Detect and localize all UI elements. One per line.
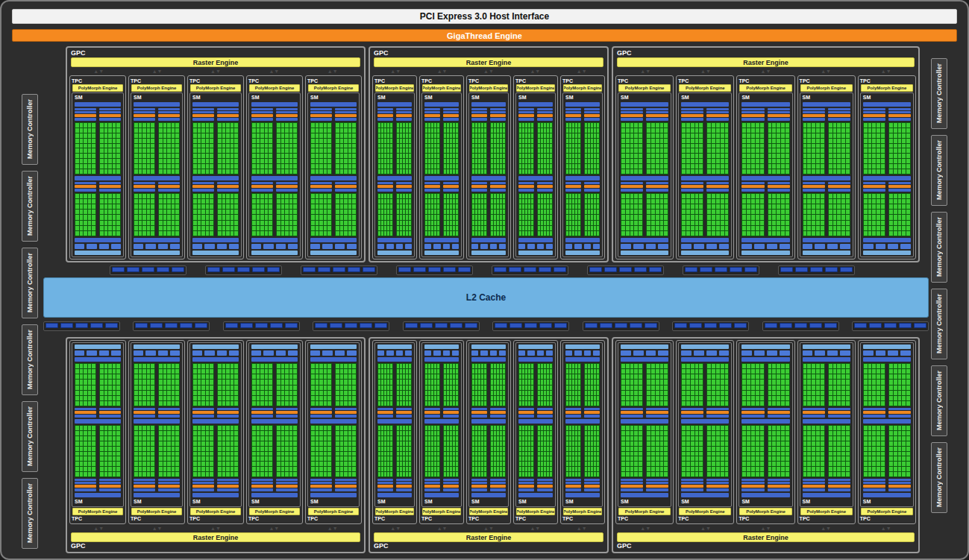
cuda-core <box>821 159 824 163</box>
sm-partition <box>584 408 600 418</box>
tpc-block: TPCPolyMorph EngineSM <box>676 340 734 524</box>
cuda-core <box>566 204 568 209</box>
cuda-core <box>336 391 339 395</box>
cuda-core <box>877 159 880 163</box>
dispatch-unit-bar <box>621 185 643 188</box>
cuda-core <box>747 164 750 169</box>
cuda-core <box>803 215 807 219</box>
cuda-core <box>682 441 686 446</box>
cuda-core <box>285 128 289 133</box>
cuda-core <box>92 169 95 174</box>
cuda-core <box>846 456 850 461</box>
cuda-core <box>821 231 824 236</box>
sm-front-end-bars <box>75 108 121 121</box>
cuda-core <box>472 226 474 230</box>
cuda-core <box>175 169 179 174</box>
cuda-core <box>597 386 599 390</box>
cuda-core <box>352 204 356 209</box>
cuda-core <box>84 467 87 471</box>
cuda-core <box>889 467 893 471</box>
cuda-core <box>712 169 715 174</box>
cuda-core <box>747 231 750 236</box>
cuda-core <box>503 380 505 384</box>
cuda-core <box>387 452 389 456</box>
cuda-core <box>257 452 260 456</box>
cuda-core <box>434 456 436 461</box>
polymorph-engine-bar: PolyMorph Engine <box>679 508 731 515</box>
cuda-core <box>751 462 755 466</box>
tpc-label: TPC <box>515 78 556 84</box>
cuda-core <box>456 231 458 236</box>
cuda-core <box>807 123 811 128</box>
texture-unit <box>646 350 656 356</box>
cuda-core <box>147 169 151 174</box>
cuda-core <box>841 128 845 133</box>
cuda-core <box>686 401 690 406</box>
cuda-core <box>387 159 389 163</box>
cuda-core <box>531 386 533 390</box>
cuda-core <box>500 462 502 466</box>
cuda-core <box>634 221 638 225</box>
cuda-core <box>538 154 540 158</box>
cuda-core <box>390 226 392 230</box>
cuda-core <box>541 396 543 400</box>
cuda-core-grid <box>646 193 668 236</box>
cuda-core <box>569 154 571 158</box>
cuda-core <box>686 431 690 435</box>
cuda-core <box>444 472 446 476</box>
cuda-core <box>772 472 776 476</box>
cuda-core <box>626 169 630 174</box>
cuda-core <box>198 431 201 435</box>
cuda-core <box>902 148 906 153</box>
cuda-core <box>172 472 175 476</box>
cuda-core <box>403 467 405 471</box>
cuda-core <box>503 462 505 466</box>
cuda-core <box>544 456 546 461</box>
cuda-core <box>699 374 703 379</box>
cuda-core <box>491 364 493 368</box>
cuda-core <box>585 456 587 461</box>
cuda-core <box>478 374 480 379</box>
cuda-core <box>756 431 759 435</box>
crossbar-link <box>899 323 912 328</box>
shared-memory-bar <box>310 176 357 180</box>
cuda-core <box>159 123 163 128</box>
cuda-core <box>210 221 213 225</box>
cuda-core <box>92 396 95 400</box>
up-down-arrows-icon: ▲▼ <box>881 69 891 74</box>
cuda-core <box>336 431 339 435</box>
sm-partition <box>158 182 180 192</box>
cuda-core <box>456 426 458 430</box>
cuda-core <box>621 467 625 471</box>
cuda-core <box>491 226 493 230</box>
texture-unit <box>719 244 730 249</box>
cuda-core <box>142 144 146 148</box>
cuda-core <box>566 401 568 406</box>
cuda-core <box>348 456 352 461</box>
cuda-core-grid <box>803 122 825 174</box>
scheduler-register-bar <box>646 488 668 491</box>
cuda-core <box>621 154 625 158</box>
cuda-core <box>226 204 230 209</box>
cuda-core <box>846 221 850 225</box>
sm-partition <box>377 108 393 121</box>
cuda-core <box>519 456 521 461</box>
cuda-core <box>864 369 868 374</box>
cuda-core <box>234 391 238 395</box>
cuda-core <box>707 374 711 379</box>
cuda-core-grid <box>443 363 459 406</box>
cuda-core <box>406 231 408 236</box>
cuda-core <box>898 159 902 163</box>
cuda-core <box>167 123 171 128</box>
cuda-core-grid <box>888 425 911 477</box>
cuda-core <box>572 380 574 384</box>
crossbar-link <box>465 323 477 328</box>
cuda-core <box>447 396 449 400</box>
cuda-core <box>172 133 175 138</box>
cuda-core <box>447 467 449 471</box>
cuda-core <box>316 396 319 400</box>
cuda-core <box>760 159 764 163</box>
cuda-core <box>781 148 785 153</box>
cuda-core <box>575 401 577 406</box>
cuda-core <box>260 447 264 451</box>
